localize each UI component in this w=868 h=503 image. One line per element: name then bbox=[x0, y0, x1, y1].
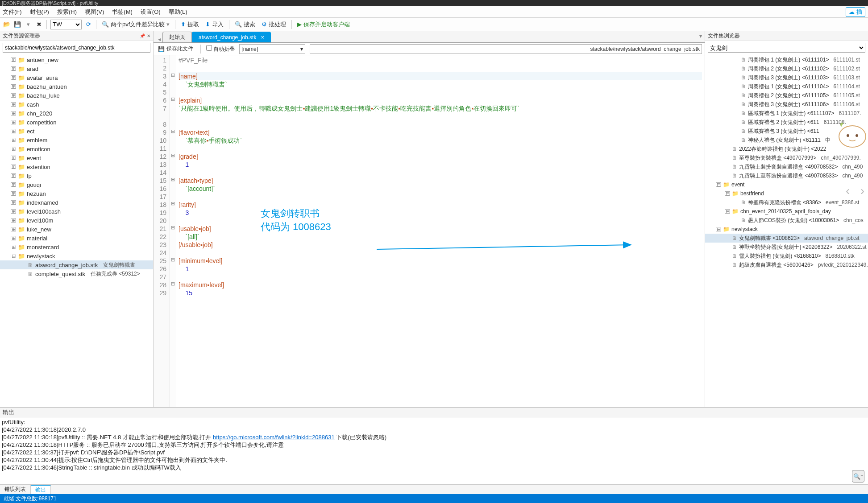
pin-icon[interactable]: 📌 bbox=[140, 33, 145, 38]
tabs-prev-icon[interactable]: ◂ bbox=[158, 36, 161, 42]
import-icon: ⬇ bbox=[205, 21, 210, 28]
tab-errors[interactable]: 错误列表 bbox=[0, 485, 31, 495]
save-icon[interactable]: 💾 bbox=[13, 21, 21, 29]
menu-file[interactable]: 文件(F) bbox=[3, 8, 22, 16]
import-button[interactable]: ⬇导入 bbox=[204, 20, 225, 29]
fileset-item[interactable]: 🗎女鬼劍轉職書 <1008623>atsword_change_job.st bbox=[705, 234, 868, 243]
zoom-button[interactable]: 🔍⁺ bbox=[852, 470, 864, 482]
open-icon[interactable]: 📂 bbox=[3, 21, 11, 29]
refresh-icon[interactable]: ⟳ bbox=[84, 21, 92, 29]
fileset-item[interactable]: 🗎區域賽禮包 2 (女鬼劍士) <6116111108. bbox=[705, 118, 868, 127]
close-icon[interactable]: ✖ bbox=[35, 21, 43, 29]
tab-start[interactable]: 起始页 bbox=[162, 32, 192, 42]
fileset-item[interactable]: 🗎周賽禮包 3 (女鬼劍士) <6111106>6111106.st bbox=[705, 100, 868, 109]
extract-button[interactable]: ⬆提取 bbox=[179, 20, 201, 29]
tree-folder[interactable]: ⊞📁antuen_new bbox=[0, 55, 153, 64]
tree-folder[interactable]: ⊞📁avatar_aura bbox=[0, 73, 153, 82]
fileset-item[interactable]: 🗎神秘人禮包 (女鬼劍士) <61111中 bbox=[705, 136, 868, 144]
fileset-item[interactable]: 🗎神聖稀有克隆裝扮禮盒 <8386>event_8386.st bbox=[705, 198, 868, 207]
tree-folder[interactable]: ⊞📁event bbox=[0, 153, 153, 162]
save-dropdown-icon[interactable]: ▾ bbox=[24, 21, 32, 29]
tree-folder[interactable]: ⊞📁hezuan bbox=[0, 189, 153, 198]
fileset-item[interactable]: 🗎區域賽禮包 1 (女鬼劍士) <6111107>6111107. bbox=[705, 109, 868, 118]
menu-view[interactable]: 视图(V) bbox=[85, 8, 104, 16]
fileset-item[interactable]: 🗎超級皮膚自選禮盒 <56000426>pvfedit_2020122349. bbox=[705, 260, 868, 269]
tree-folder[interactable]: ⊞📁baozhu_antuen bbox=[0, 82, 153, 91]
menu-search[interactable]: 搜索(H) bbox=[57, 8, 77, 16]
fileset-tree[interactable]: ‹ › 🗎周賽禮包 1 (女鬼劍士) <6111101>6111101.st🗎周… bbox=[705, 54, 868, 407]
tree-folder[interactable]: ⊞📁extention bbox=[0, 162, 153, 171]
fileset-item[interactable]: 🗎愚人節COS裝扮 (女鬼劍) <10003061>chn_cos bbox=[705, 216, 868, 225]
menu-bookmark[interactable]: 书签(M) bbox=[112, 8, 133, 16]
filter-select[interactable]: 女鬼剑 bbox=[708, 43, 865, 53]
tree-folder[interactable]: ⊞📁level100m bbox=[0, 216, 153, 225]
fileset-item[interactable]: 🗎周賽禮包 2 (女鬼劍士) <6111102>6111102.st bbox=[705, 64, 868, 73]
search-icon: 🔍 bbox=[235, 21, 242, 28]
tree-folder[interactable]: ⊟📁newlystack bbox=[0, 252, 153, 260]
fileset-item[interactable]: 🗎九霄騎士裝扮套裝自選禮盒 <490708532>chn_490 bbox=[705, 162, 868, 171]
save-file-button[interactable]: 💾保存此文件 bbox=[156, 44, 195, 54]
tree-file[interactable]: 🗎complete_quest.stk任務完成券 <59312> bbox=[0, 269, 153, 278]
tree-folder[interactable]: ⊞📁arad bbox=[0, 64, 153, 73]
tree-folder[interactable]: ⊞📁fp bbox=[0, 171, 153, 180]
toolbar: 📂 💾 ▾ ✖ TW ⟳ 🔍两个pvf文件差异比较▾ ⬆提取 ⬇导入 🔍搜索 ⚙… bbox=[0, 18, 868, 31]
tab-close-icon[interactable]: × bbox=[261, 34, 264, 41]
tree-folder[interactable]: ⊞📁material bbox=[0, 234, 153, 243]
menu-package[interactable]: 封包(P) bbox=[30, 8, 49, 16]
tree-folder[interactable]: ⊞📁emblem bbox=[0, 136, 153, 144]
statusbar: 就绪 文件总数:988171 bbox=[0, 494, 868, 503]
fileset-item[interactable]: 🗎2022春節時裝禮包 (女鬼劍士) <2022 bbox=[705, 144, 868, 153]
tree-file[interactable]: 🗎atsword_change_job.stk女鬼劍轉職書 bbox=[0, 260, 153, 269]
path-input[interactable] bbox=[3, 43, 150, 53]
menu-settings[interactable]: 设置(O) bbox=[141, 8, 161, 16]
save-icon: 💾 bbox=[158, 46, 165, 52]
tab-active-file[interactable]: atsword_change_job.stk × bbox=[192, 32, 271, 42]
menu-help[interactable]: 帮助(L) bbox=[169, 8, 187, 16]
output-body[interactable]: pvfUtility:[04/27/2022 11:30:18]2020.2.7… bbox=[0, 417, 868, 472]
cloud-button[interactable]: ☁ 插 bbox=[846, 7, 865, 17]
fileset-folder[interactable]: ⊟📁chn_event_20140325_april_fools_day bbox=[705, 207, 868, 216]
panel-close-icon[interactable]: ✕ bbox=[147, 33, 150, 38]
fileset-item[interactable]: 🗎雪人裝扮禮包 (女鬼劍) <8168810>8168810.stk bbox=[705, 252, 868, 260]
fileset-item[interactable]: 🗎神獸坐騎變身器[女鬼劍士] <20206322>20206322.st bbox=[705, 243, 868, 252]
region-select[interactable]: TW bbox=[50, 20, 82, 29]
tree-folder[interactable]: ⊞📁level100cash bbox=[0, 207, 153, 216]
batch-button[interactable]: ⚙批处理 bbox=[260, 20, 288, 29]
tree-folder[interactable]: ⊞📁competition bbox=[0, 118, 153, 127]
fileset-item[interactable]: 🗎區域賽禮包 3 (女鬼劍士) <611 bbox=[705, 127, 868, 136]
fileset-item[interactable]: 🗎周賽禮包 1 (女鬼劍士) <6111101>6111101.st bbox=[705, 55, 868, 64]
tree-folder[interactable]: ⊞📁indexnamed bbox=[0, 198, 153, 207]
code-editor[interactable]: 1234567891011121314151617181920212223242… bbox=[154, 55, 705, 407]
window-title: [D:\DNF\服务器DP插件\Script.pvf] - pvfUtility bbox=[2, 0, 98, 7]
tree-folder[interactable]: ⊞📁luke_new bbox=[0, 225, 153, 234]
fileset-item[interactable]: 🗎周賽禮包 2 (女鬼劍士) <6111105>6111105.st bbox=[705, 91, 868, 100]
tree-folder[interactable]: ⊞📁chn_2020 bbox=[0, 109, 153, 118]
tab-output[interactable]: 输出 bbox=[31, 485, 51, 495]
search-button[interactable]: 🔍搜索 bbox=[233, 20, 257, 29]
fileset-item[interactable]: 🗎周賽禮包 1 (女鬼劍士) <6111104>6111104.st bbox=[705, 82, 868, 91]
output-panel: 输出 pvfUtility:[04/27/2022 11:30:18]2020.… bbox=[0, 407, 868, 494]
fileset-browser-panel: 文件集浏览器 女鬼剑 ‹ › 🗎周賽禮包 1 (女鬼劍士) <6111101>6… bbox=[705, 31, 868, 407]
autofold-checkbox[interactable]: 自动折叠 bbox=[206, 45, 235, 53]
tree-folder[interactable]: ⊞📁gouqi bbox=[0, 180, 153, 189]
file-tree[interactable]: ⊞📁antuen_new⊞📁arad⊞📁avatar_aura⊞📁baozhu_… bbox=[0, 54, 153, 407]
editor-tabs: ◂ 起始页 atsword_change_job.stk × ▾ bbox=[154, 31, 705, 43]
chevron-down-icon: ▾ bbox=[300, 46, 303, 52]
tree-folder[interactable]: ⊞📁monstercard bbox=[0, 243, 153, 252]
tree-folder[interactable]: ⊞📁ect bbox=[0, 127, 153, 136]
panel-title: 文件资源管理器 📌 ✕ bbox=[0, 31, 153, 41]
cloud-label: 插 bbox=[856, 8, 862, 16]
fileset-folder[interactable]: ⊟📁bestfriend bbox=[705, 189, 868, 198]
tabs-dropdown-icon[interactable]: ▾ bbox=[699, 33, 702, 39]
fileset-folder[interactable]: ⊟📁newlystack bbox=[705, 225, 868, 234]
tree-folder[interactable]: ⊞📁emoticon bbox=[0, 144, 153, 153]
tree-folder[interactable]: ⊞📁cash bbox=[0, 100, 153, 109]
diff-button[interactable]: 🔍两个pvf文件差异比较▾ bbox=[100, 20, 171, 29]
section-dropdown[interactable]: [name]▾ bbox=[239, 44, 305, 54]
fileset-item[interactable]: 🗎九霄騎士至尊裝扮自選禮盒 <490708533>chn_490 bbox=[705, 171, 868, 180]
save-launch-button[interactable]: ▶保存并启动客户端 bbox=[295, 20, 352, 29]
fileset-item[interactable]: 🗎至尊裝扮套裝禮盒 <490707999>chn_490707999. bbox=[705, 153, 868, 162]
fileset-folder[interactable]: ⊟📁event bbox=[705, 180, 868, 189]
tree-folder[interactable]: ⊞📁baozhu_luke bbox=[0, 91, 153, 100]
fileset-item[interactable]: 🗎周賽禮包 3 (女鬼劍士) <6111103>6111103.st bbox=[705, 73, 868, 82]
